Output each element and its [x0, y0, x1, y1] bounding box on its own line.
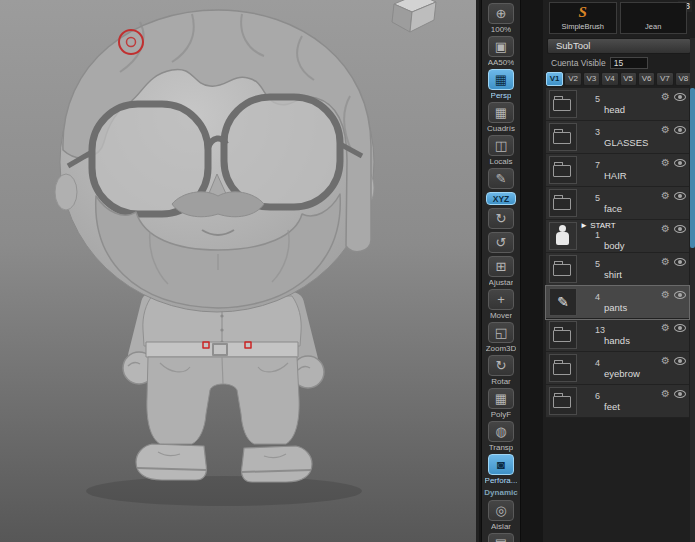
eye-visibility-icon[interactable] — [674, 357, 686, 365]
subtool-row[interactable]: 13 hands ⚙ — [546, 319, 689, 352]
subtool-row-icons: ⚙ — [661, 356, 687, 366]
shelf-button[interactable]: ◫ Locals — [488, 135, 514, 166]
brush-thumbnail[interactable]: S SimpleBrush — [549, 2, 617, 34]
eye-visibility-icon[interactable] — [674, 192, 686, 200]
brush-icon: S — [550, 4, 616, 20]
shelf-button[interactable]: + Mover — [488, 289, 514, 320]
visibility-tab[interactable]: V3 — [583, 72, 600, 86]
panel-scrollbar[interactable] — [690, 38, 695, 542]
visibility-tab[interactable]: V6 — [638, 72, 655, 86]
subtool-row[interactable]: 5 head ⚙ — [546, 88, 689, 121]
subtool-name: pants — [604, 302, 661, 313]
eye-visibility-icon[interactable] — [674, 225, 686, 233]
eye-visibility-icon[interactable] — [674, 93, 686, 101]
visibility-tab[interactable]: V7 — [656, 72, 673, 86]
visibility-tab[interactable]: V5 — [620, 72, 637, 86]
visibility-tab[interactable]: V2 — [564, 72, 581, 86]
shelf-button[interactable]: ⊞ Ajustar — [488, 256, 514, 287]
shelf-button-label: PolyF — [491, 410, 511, 419]
gear-icon[interactable]: ⚙ — [661, 125, 670, 135]
visibility-tab[interactable]: V4 — [601, 72, 618, 86]
shelf-button[interactable]: ↻ — [488, 208, 514, 230]
shelf-button[interactable]: ◙ Perfora... — [485, 454, 518, 485]
shelf-button[interactable]: ◱ Zoom3D — [486, 322, 517, 353]
brush-name: Jean — [645, 22, 661, 33]
subtool-thumbnail-icon[interactable] — [549, 90, 577, 118]
subtool-list: 5 head ⚙ 3 GLASSES — [546, 88, 689, 418]
gear-icon[interactable]: ⚙ — [661, 323, 670, 333]
shelf-button[interactable]: Dynamic — [484, 487, 517, 498]
shelf-button-icon: ▦ — [488, 102, 514, 123]
shelf-button[interactable]: ↻ Rotar — [488, 355, 514, 386]
gear-icon[interactable]: ⚙ — [661, 389, 670, 399]
shelf-button[interactable]: ▤ Despiez... — [483, 533, 519, 542]
shelf-button[interactable]: XYZ — [486, 192, 516, 206]
subtool-count: 5 — [595, 259, 661, 269]
gear-icon[interactable]: ⚙ — [661, 356, 670, 366]
visibility-tab-label: V6 — [642, 74, 652, 83]
shelf-button[interactable]: ↺ — [488, 232, 514, 254]
subtool-row[interactable]: 4 pants ⚙ — [546, 286, 689, 319]
subtool-row[interactable]: ► START 1 body ⚙ — [546, 220, 689, 253]
subtool-row-icons: ⚙ — [661, 389, 687, 399]
scrollbar-thumb[interactable] — [690, 88, 695, 248]
3d-viewport[interactable] — [0, 0, 479, 542]
shelf-button-icon: ↻ — [488, 355, 514, 376]
subtool-meta: 5 head — [580, 94, 661, 115]
subtool-meta: 3 GLASSES — [580, 127, 661, 148]
gear-icon[interactable]: ⚙ — [661, 224, 670, 234]
shelf-button[interactable]: ✎ — [488, 168, 514, 190]
gear-icon[interactable]: ⚙ — [661, 191, 670, 201]
gear-icon[interactable]: ⚙ — [661, 158, 670, 168]
visibility-tab[interactable]: V1 — [546, 72, 563, 86]
visible-count-value[interactable]: 15 — [610, 57, 648, 69]
subtool-row[interactable]: 6 feet ⚙ — [546, 385, 689, 418]
left-shoe — [136, 444, 207, 480]
subtool-name: eyebrow — [604, 368, 661, 379]
subtool-meta: 4 pants — [580, 292, 661, 313]
subtool-row[interactable]: 7 HAIR ⚙ — [546, 154, 689, 187]
subtool-header[interactable]: SubTool — [547, 38, 691, 54]
subtool-thumbnail-icon[interactable] — [549, 321, 577, 349]
subtool-row-icons: ⚙ — [661, 125, 687, 135]
shelf-button[interactable]: ▣ AA50% — [488, 36, 515, 67]
eye-visibility-icon[interactable] — [674, 258, 686, 266]
gear-icon[interactable]: ⚙ — [661, 92, 670, 102]
eye-visibility-icon[interactable] — [674, 390, 686, 398]
shelf-button-label: Transp — [489, 443, 514, 452]
subtool-row[interactable]: 3 GLASSES ⚙ — [546, 121, 689, 154]
subtool-thumbnail-icon[interactable] — [549, 156, 577, 184]
subtool-row[interactable]: 5 shirt ⚙ — [546, 253, 689, 286]
subtool-thumbnail-icon[interactable] — [549, 255, 577, 283]
subtool-name: feet — [604, 401, 661, 412]
shelf-button[interactable]: ▦ PolyF — [488, 388, 514, 419]
shelf-button[interactable]: ▦ Persp — [488, 69, 514, 100]
subtool-row[interactable]: 5 face ⚙ — [546, 187, 689, 220]
shelf-button[interactable]: ◎ Aislar — [488, 500, 514, 531]
eye-visibility-icon[interactable] — [674, 324, 686, 332]
subtool-thumbnail-icon[interactable] — [549, 123, 577, 151]
shelf-button-label: Locals — [489, 157, 512, 166]
subtool-thumbnail-icon[interactable] — [549, 288, 577, 316]
subtool-row[interactable]: 4 eyebrow ⚙ — [546, 352, 689, 385]
subtool-thumbnail-icon[interactable] — [549, 189, 577, 217]
visibility-tab-label: V8 — [678, 74, 688, 83]
shelf-button[interactable]: ◍ Transp — [488, 421, 514, 452]
subtool-thumbnail-icon[interactable] — [549, 387, 577, 415]
shelf-button-label: Cuadrís — [487, 124, 515, 133]
brush-thumbnail[interactable]: Jean — [620, 2, 688, 34]
subtool-thumbnail-icon[interactable] — [549, 354, 577, 382]
shelf-button[interactable]: ▦ Cuadrís — [487, 102, 515, 133]
eye-visibility-icon[interactable] — [674, 159, 686, 167]
zbrush-window: ⊕ 100% ▣ AA50% ▦ Persp ▦ Cuadrís ◫ Local… — [0, 0, 695, 542]
eye-visibility-icon[interactable] — [674, 291, 686, 299]
visibility-tab-label: V2 — [568, 74, 578, 83]
shelf-button-label: Mover — [490, 311, 512, 320]
subtool-thumbnail-icon[interactable] — [549, 222, 577, 250]
gear-icon[interactable]: ⚙ — [661, 290, 670, 300]
eye-visibility-icon[interactable] — [674, 126, 686, 134]
mustache — [172, 192, 264, 217]
subtool-name: hands — [604, 335, 661, 346]
shelf-button[interactable]: ⊕ 100% — [488, 3, 514, 34]
gear-icon[interactable]: ⚙ — [661, 257, 670, 267]
